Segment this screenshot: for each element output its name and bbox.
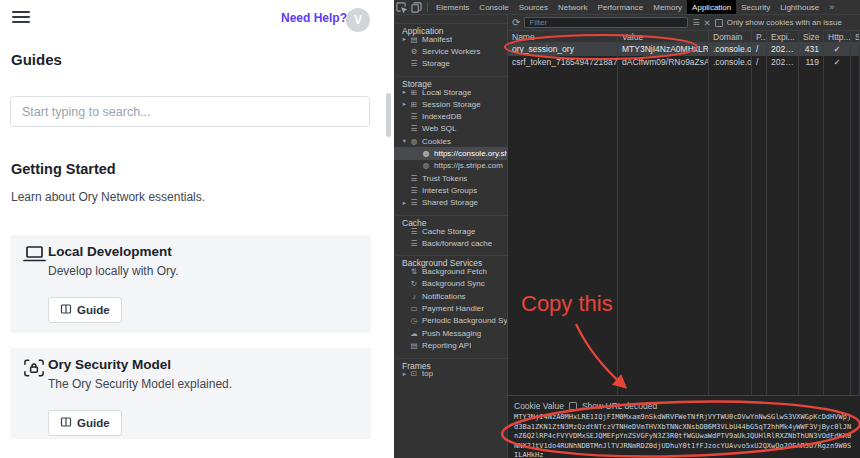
sidebar-entry: Application bbox=[394, 23, 507, 33]
toggle-device-toolbar-icon[interactable] bbox=[409, 0, 424, 15]
sidebar-entry-label: Cookies bbox=[422, 137, 451, 146]
clear-filter-icon[interactable]: ✕ bbox=[704, 18, 711, 28]
cell-value: MTY3NjI4NzA0MHxLRE… bbox=[618, 43, 709, 56]
cookie-row[interactable]: csrf_token_71654947218a793… dACffwm09/RN… bbox=[508, 56, 860, 69]
inspect-element-icon[interactable] bbox=[394, 0, 409, 15]
only-issue-label: Only show cookies with an issue bbox=[727, 18, 842, 27]
sidebar-entry[interactable]: ▸ ⊡ top bbox=[394, 368, 507, 380]
cookie-row[interactable]: ory_session_ory MTY3NjI4NzA0MHxLRE… .con… bbox=[508, 43, 860, 56]
sidebar-entry[interactable]: ▭ Payment Handler bbox=[394, 302, 507, 314]
devtools-tab[interactable]: Lighthouse bbox=[775, 0, 824, 15]
devtools-tabs: Elements Console Sources Network bbox=[431, 0, 824, 15]
devtools-tab[interactable]: Console bbox=[474, 0, 513, 15]
sidebar-entry-label: https://js.stripe.com bbox=[434, 161, 503, 170]
document-icon: ▤ bbox=[409, 35, 419, 44]
sidebar-entry[interactable]: ☰ Trust Tokens bbox=[394, 172, 507, 184]
sidebar-entry[interactable]: ▤ Reporting API bbox=[394, 339, 507, 351]
column-header-httponly[interactable]: Http... bbox=[824, 31, 851, 42]
sidebar-entry[interactable]: ☰ Cache Storage bbox=[394, 225, 507, 237]
cell-path: / bbox=[752, 56, 767, 69]
hamburger-menu-icon[interactable] bbox=[12, 11, 30, 24]
sidebar-entry[interactable]: ▸ ☰ Shared Storage bbox=[394, 197, 507, 209]
card-title: Local Development bbox=[48, 244, 172, 259]
cookie-value-label: Cookie Value bbox=[514, 401, 564, 411]
sidebar-entry[interactable]: ☰ Storage bbox=[394, 58, 507, 70]
cookie-table-empty-area bbox=[508, 68, 860, 395]
search-input[interactable] bbox=[10, 96, 370, 127]
card-title: Ory Security Model bbox=[48, 357, 171, 372]
sidebar-entry[interactable]: ▸ ▤ Manifest bbox=[394, 33, 507, 45]
sidebar-entry[interactable]: ☰ IndexedDB bbox=[394, 110, 507, 122]
filter-options-icon[interactable]: ☰ bbox=[692, 18, 699, 27]
devtools-tab[interactable]: Network bbox=[553, 0, 592, 15]
guide-button-label: Guide bbox=[77, 304, 110, 316]
refresh-icon[interactable]: ⟳ bbox=[512, 18, 520, 28]
devtools-tab[interactable]: Security bbox=[736, 0, 775, 15]
sidebar-entry[interactable]: ◍ https://js.stripe.com bbox=[394, 160, 507, 172]
sidebar-entry[interactable]: ☰ Back/forward cache bbox=[394, 237, 507, 249]
sidebar-entry[interactable]: ⚙ Service Workers bbox=[394, 45, 507, 57]
devtools-tab[interactable]: Performance bbox=[592, 0, 648, 15]
show-url-decoded-checkbox[interactable] bbox=[569, 402, 577, 410]
sidebar-entry[interactable]: ▸ ⊞ Session Storage bbox=[394, 98, 507, 110]
scrollbar-thumb[interactable] bbox=[386, 93, 391, 137]
sidebar-entry[interactable]: ▾ ◍ Cookies bbox=[394, 135, 507, 147]
report-icon: ▤ bbox=[409, 341, 419, 350]
only-issue-checkbox[interactable] bbox=[715, 19, 723, 27]
sync-icon: ↻ bbox=[409, 279, 419, 288]
sidebar-entry[interactable]: ◷ Periodic Background Sync bbox=[394, 315, 507, 327]
expander-icon: ▸ bbox=[400, 370, 409, 378]
devtools-panel: Elements Console Sources Network bbox=[394, 0, 860, 458]
sidebar-entry[interactable]: ▸ ⊞ Local Storage bbox=[394, 86, 507, 98]
database-icon: ☰ bbox=[409, 174, 419, 183]
bell-icon: ♪ bbox=[409, 292, 419, 301]
devtools-tab[interactable]: Memory bbox=[648, 0, 687, 15]
sidebar-entry-label: Payment Handler bbox=[422, 304, 484, 313]
column-header-value[interactable]: Value bbox=[618, 31, 709, 42]
database-icon: ☰ bbox=[409, 112, 419, 121]
table-icon: ⊞ bbox=[409, 100, 419, 109]
sidebar-entry[interactable]: ☰ Interest Groups bbox=[394, 184, 507, 196]
expander-icon: ▸ bbox=[400, 88, 409, 96]
book-icon bbox=[60, 416, 72, 430]
cookie-table-rows: ory_session_ory MTY3NjI4NzA0MHxLRE… .con… bbox=[508, 43, 860, 68]
more-tabs-icon[interactable]: » bbox=[824, 2, 839, 12]
cloud-icon: ☁ bbox=[409, 329, 419, 338]
devtools-tab[interactable]: Application bbox=[687, 0, 736, 15]
cell-domain: .console.ory… bbox=[709, 56, 752, 69]
show-url-decoded-label: Show URL decoded bbox=[582, 401, 657, 411]
sidebar-entry[interactable]: ⇅ Background Fetch bbox=[394, 265, 507, 277]
need-help-link[interactable]: Need Help? bbox=[281, 11, 347, 25]
column-header-path[interactable]: P... bbox=[752, 31, 767, 42]
guide-button[interactable]: Guide bbox=[48, 410, 122, 436]
devtools-tab[interactable]: Elements bbox=[431, 0, 474, 15]
guides-page: Need Help? V Guides Getting Started Lear… bbox=[0, 0, 394, 458]
cell-expires: 202… bbox=[767, 43, 799, 56]
sidebar-entry[interactable]: ☁ Push Messaging bbox=[394, 327, 507, 339]
security-scan-icon bbox=[23, 358, 45, 382]
database-icon: ☰ bbox=[409, 239, 419, 248]
cookie-filter-input[interactable] bbox=[524, 17, 688, 28]
column-header-domain[interactable]: Domain bbox=[709, 31, 752, 42]
column-header-secure[interactable]: Se bbox=[851, 31, 860, 42]
column-header-size[interactable]: Size bbox=[799, 31, 824, 42]
column-header-name[interactable]: Name bbox=[508, 31, 618, 42]
sidebar-entry[interactable]: ◍ https://console.ory.sh bbox=[394, 147, 507, 159]
sidebar-entry[interactable]: ♪ Notifications bbox=[394, 290, 507, 302]
expander-icon: ▸ bbox=[400, 35, 409, 43]
sidebar-entry[interactable]: ☰ Web SQL bbox=[394, 123, 507, 135]
avatar[interactable]: V bbox=[346, 8, 370, 32]
guide-button[interactable]: Guide bbox=[48, 297, 122, 323]
clock-icon: ◷ bbox=[409, 316, 419, 325]
cell-secure bbox=[851, 43, 860, 56]
page-title: Guides bbox=[11, 51, 62, 68]
cell-value: dACffwm09/RNo9aZsAs… bbox=[618, 56, 709, 69]
card-ory-security-model: Ory Security Model The Ory Security Mode… bbox=[10, 348, 371, 439]
devtools-tab[interactable]: Sources bbox=[514, 0, 553, 15]
sidebar-entry[interactable]: ↻ Background Sync bbox=[394, 278, 507, 290]
sidebar-entry-label: Local Storage bbox=[422, 88, 471, 97]
column-header-expires[interactable]: Expi... bbox=[767, 31, 799, 42]
cell-httponly: ✓ bbox=[824, 56, 851, 69]
cookie-table-header: Name Value Domain P... Expi... Size Http… bbox=[508, 31, 860, 43]
sidebar-entry-label: Notifications bbox=[422, 292, 466, 301]
